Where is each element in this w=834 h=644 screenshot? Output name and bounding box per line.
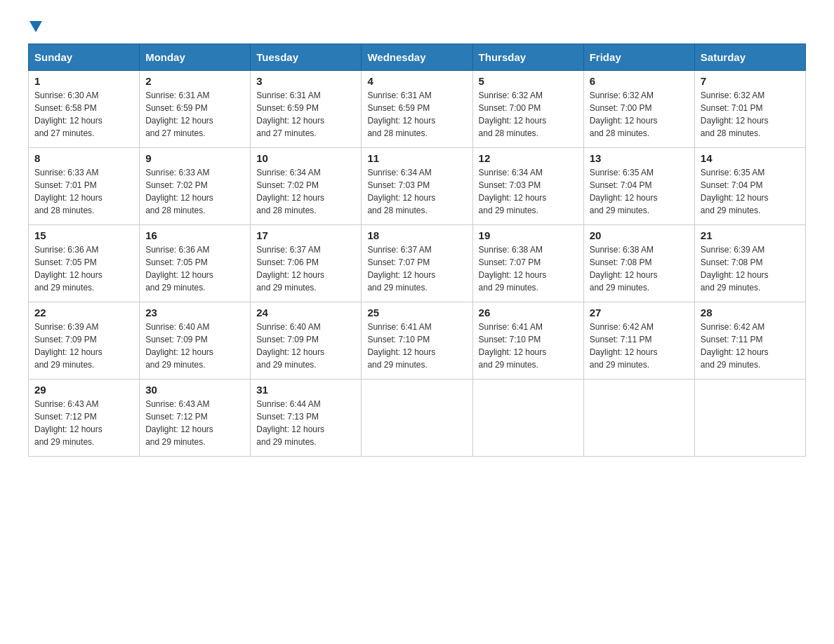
day-number: 10 <box>256 152 355 164</box>
day-info: Sunrise: 6:43 AMSunset: 7:12 PMDaylight:… <box>145 398 244 448</box>
day-number: 31 <box>256 384 355 396</box>
day-info: Sunrise: 6:31 AMSunset: 6:59 PMDaylight:… <box>145 89 244 140</box>
calendar-cell: 3 Sunrise: 6:31 AMSunset: 6:59 PMDayligh… <box>251 71 362 148</box>
day-number: 24 <box>256 307 355 318</box>
day-number: 6 <box>590 75 689 87</box>
calendar-cell: 13 Sunrise: 6:35 AMSunset: 7:04 PMDaylig… <box>583 148 694 225</box>
day-number: 5 <box>479 75 578 87</box>
day-info: Sunrise: 6:33 AMSunset: 7:01 PMDaylight:… <box>34 166 133 217</box>
calendar-cell: 19 Sunrise: 6:38 AMSunset: 7:07 PMDaylig… <box>472 225 583 302</box>
day-number: 7 <box>701 75 800 87</box>
day-number: 22 <box>34 307 133 318</box>
day-number: 12 <box>479 152 578 164</box>
page-header <box>28 21 806 29</box>
day-number: 8 <box>34 152 133 164</box>
day-info: Sunrise: 6:35 AMSunset: 7:04 PMDaylight:… <box>701 166 800 217</box>
weekday-header-sunday: Sunday <box>29 44 140 71</box>
calendar-cell: 25 Sunrise: 6:41 AMSunset: 7:10 PMDaylig… <box>362 302 472 380</box>
day-number: 28 <box>701 307 800 318</box>
calendar-cell: 31 Sunrise: 6:44 AMSunset: 7:13 PMDaylig… <box>251 380 362 457</box>
day-info: Sunrise: 6:34 AMSunset: 7:02 PMDaylight:… <box>256 166 355 217</box>
day-info: Sunrise: 6:39 AMSunset: 7:09 PMDaylight:… <box>34 321 133 371</box>
calendar-header-row: SundayMondayTuesdayWednesdayThursdayFrid… <box>29 44 806 71</box>
day-info: Sunrise: 6:41 AMSunset: 7:10 PMDaylight:… <box>367 321 466 371</box>
calendar-cell: 24 Sunrise: 6:40 AMSunset: 7:09 PMDaylig… <box>251 302 362 380</box>
day-info: Sunrise: 6:42 AMSunset: 7:11 PMDaylight:… <box>701 321 800 371</box>
calendar-cell: 7 Sunrise: 6:32 AMSunset: 7:01 PMDayligh… <box>694 71 805 148</box>
week-row-4: 22 Sunrise: 6:39 AMSunset: 7:09 PMDaylig… <box>29 302 806 380</box>
day-number: 4 <box>367 75 466 87</box>
logo <box>28 21 44 29</box>
calendar-cell <box>583 380 694 457</box>
day-info: Sunrise: 6:41 AMSunset: 7:10 PMDaylight:… <box>479 321 578 371</box>
calendar-cell: 30 Sunrise: 6:43 AMSunset: 7:12 PMDaylig… <box>140 380 251 457</box>
calendar-cell: 8 Sunrise: 6:33 AMSunset: 7:01 PMDayligh… <box>29 148 140 225</box>
day-number: 1 <box>34 75 133 87</box>
day-info: Sunrise: 6:31 AMSunset: 6:59 PMDaylight:… <box>367 89 466 140</box>
day-info: Sunrise: 6:44 AMSunset: 7:13 PMDaylight:… <box>256 398 355 448</box>
weekday-header-monday: Monday <box>140 44 251 71</box>
calendar-cell: 14 Sunrise: 6:35 AMSunset: 7:04 PMDaylig… <box>694 148 805 225</box>
calendar-cell: 4 Sunrise: 6:31 AMSunset: 6:59 PMDayligh… <box>362 71 472 148</box>
calendar-cell: 29 Sunrise: 6:43 AMSunset: 7:12 PMDaylig… <box>29 380 140 457</box>
calendar-cell: 12 Sunrise: 6:34 AMSunset: 7:03 PMDaylig… <box>472 148 583 225</box>
calendar-cell: 16 Sunrise: 6:36 AMSunset: 7:05 PMDaylig… <box>140 225 251 302</box>
calendar-cell: 5 Sunrise: 6:32 AMSunset: 7:00 PMDayligh… <box>472 71 583 148</box>
week-row-5: 29 Sunrise: 6:43 AMSunset: 7:12 PMDaylig… <box>29 380 806 457</box>
calendar-cell: 28 Sunrise: 6:42 AMSunset: 7:11 PMDaylig… <box>694 302 805 380</box>
calendar-cell: 10 Sunrise: 6:34 AMSunset: 7:02 PMDaylig… <box>251 148 362 225</box>
day-number: 29 <box>34 384 133 396</box>
calendar-cell: 18 Sunrise: 6:37 AMSunset: 7:07 PMDaylig… <box>362 225 472 302</box>
calendar-cell: 9 Sunrise: 6:33 AMSunset: 7:02 PMDayligh… <box>140 148 251 225</box>
calendar-cell: 26 Sunrise: 6:41 AMSunset: 7:10 PMDaylig… <box>472 302 583 380</box>
week-row-2: 8 Sunrise: 6:33 AMSunset: 7:01 PMDayligh… <box>29 148 806 225</box>
day-info: Sunrise: 6:36 AMSunset: 7:05 PMDaylight:… <box>145 243 244 294</box>
day-info: Sunrise: 6:40 AMSunset: 7:09 PMDaylight:… <box>145 321 244 371</box>
week-row-3: 15 Sunrise: 6:36 AMSunset: 7:05 PMDaylig… <box>29 225 806 302</box>
day-number: 23 <box>145 307 244 318</box>
day-number: 18 <box>367 229 466 241</box>
day-info: Sunrise: 6:31 AMSunset: 6:59 PMDaylight:… <box>256 89 355 140</box>
day-number: 20 <box>590 229 689 241</box>
day-info: Sunrise: 6:38 AMSunset: 7:08 PMDaylight:… <box>590 243 689 294</box>
day-number: 21 <box>701 229 800 241</box>
calendar-cell <box>694 380 805 457</box>
weekday-header-saturday: Saturday <box>694 44 805 71</box>
calendar-cell: 17 Sunrise: 6:37 AMSunset: 7:06 PMDaylig… <box>251 225 362 302</box>
logo-triangle <box>29 21 42 32</box>
day-number: 11 <box>367 152 466 164</box>
week-row-1: 1 Sunrise: 6:30 AMSunset: 6:58 PMDayligh… <box>29 71 806 148</box>
calendar-cell: 21 Sunrise: 6:39 AMSunset: 7:08 PMDaylig… <box>694 225 805 302</box>
calendar-cell <box>472 380 583 457</box>
calendar-cell: 23 Sunrise: 6:40 AMSunset: 7:09 PMDaylig… <box>140 302 251 380</box>
day-info: Sunrise: 6:33 AMSunset: 7:02 PMDaylight:… <box>145 166 244 217</box>
calendar-table: SundayMondayTuesdayWednesdayThursdayFrid… <box>28 43 806 457</box>
calendar-cell: 11 Sunrise: 6:34 AMSunset: 7:03 PMDaylig… <box>362 148 472 225</box>
day-number: 17 <box>256 229 355 241</box>
day-number: 14 <box>701 152 800 164</box>
day-info: Sunrise: 6:42 AMSunset: 7:11 PMDaylight:… <box>590 321 689 371</box>
day-info: Sunrise: 6:36 AMSunset: 7:05 PMDaylight:… <box>34 243 133 294</box>
calendar-cell <box>362 380 472 457</box>
calendar-cell: 20 Sunrise: 6:38 AMSunset: 7:08 PMDaylig… <box>583 225 694 302</box>
day-number: 3 <box>256 75 355 87</box>
calendar-cell: 27 Sunrise: 6:42 AMSunset: 7:11 PMDaylig… <box>583 302 694 380</box>
day-number: 26 <box>479 307 578 318</box>
calendar-cell: 22 Sunrise: 6:39 AMSunset: 7:09 PMDaylig… <box>29 302 140 380</box>
day-number: 30 <box>145 384 244 396</box>
weekday-header-wednesday: Wednesday <box>362 44 472 71</box>
day-info: Sunrise: 6:37 AMSunset: 7:06 PMDaylight:… <box>256 243 355 294</box>
day-info: Sunrise: 6:38 AMSunset: 7:07 PMDaylight:… <box>479 243 578 294</box>
day-info: Sunrise: 6:39 AMSunset: 7:08 PMDaylight:… <box>701 243 800 294</box>
day-info: Sunrise: 6:40 AMSunset: 7:09 PMDaylight:… <box>256 321 355 371</box>
day-info: Sunrise: 6:32 AMSunset: 7:00 PMDaylight:… <box>590 89 689 140</box>
day-info: Sunrise: 6:37 AMSunset: 7:07 PMDaylight:… <box>367 243 466 294</box>
day-number: 27 <box>590 307 689 318</box>
day-number: 13 <box>590 152 689 164</box>
day-number: 16 <box>145 229 244 241</box>
day-info: Sunrise: 6:35 AMSunset: 7:04 PMDaylight:… <box>590 166 689 217</box>
calendar-cell: 6 Sunrise: 6:32 AMSunset: 7:00 PMDayligh… <box>583 71 694 148</box>
day-info: Sunrise: 6:30 AMSunset: 6:58 PMDaylight:… <box>34 89 133 140</box>
calendar-cell: 1 Sunrise: 6:30 AMSunset: 6:58 PMDayligh… <box>29 71 140 148</box>
weekday-header-tuesday: Tuesday <box>251 44 362 71</box>
